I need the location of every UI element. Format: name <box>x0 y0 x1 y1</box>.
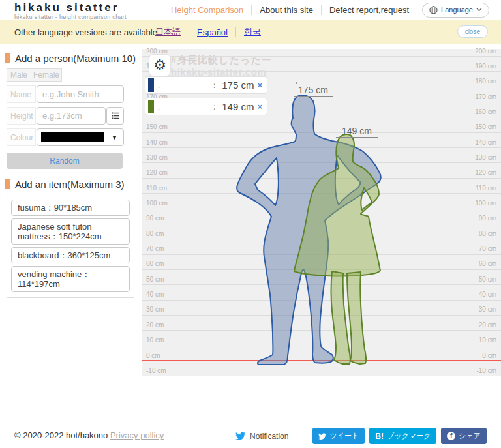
facebook-share-button[interactable]: f シェア <box>441 428 487 444</box>
chevron-down-icon <box>476 8 482 12</box>
header: hikaku sitatter hikaku sitatter - height… <box>0 0 501 20</box>
gear-icon: ⚙ <box>153 57 166 74</box>
copyright-text: © 2020-2022 hot/hakono <box>14 430 108 440</box>
link-japanese[interactable]: 日本語 <box>155 26 181 38</box>
link-spanish[interactable]: Español <box>197 27 228 37</box>
copyright: © 2020-2022 hot/hakono Privacy pollicy <box>14 430 164 440</box>
banner-divider <box>189 27 189 37</box>
add-person-header: Add a person(Maximum 10) <box>5 52 137 64</box>
twitter-bird-icon <box>318 433 326 440</box>
colour-label: Colour <box>7 128 36 146</box>
name-label: Name <box>7 85 36 103</box>
chart-area: #身長比較したったー hikaku-sitatter.com 200 cm200… <box>142 49 501 376</box>
link-korean[interactable]: 한국 <box>244 26 261 38</box>
settings-gear-button[interactable]: ⚙ <box>149 54 171 76</box>
person-color-bar <box>148 100 154 113</box>
item-futon-mattress[interactable]: Japanese soft futon mattress：150*224cm <box>11 218 130 245</box>
items-list: fusuma：90*185cm Japanese soft futon matt… <box>7 194 134 298</box>
site-logo: hikaku sitatter hikaku sitatter - height… <box>14 2 127 20</box>
nav-defect-report[interactable]: Defect report,request <box>322 5 417 15</box>
item-blackboard[interactable]: blackboard：360*125cm <box>11 247 130 263</box>
colour-row: Colour ▼ <box>7 128 137 146</box>
person-name: . <box>158 82 210 89</box>
item-vending-machine[interactable]: vending machine：114*197cm <box>11 266 130 292</box>
person-name: . <box>158 103 210 111</box>
privacy-policy-link[interactable]: Privacy pollicy <box>110 430 164 440</box>
gender-tabs: Male Female <box>7 68 137 82</box>
tab-female[interactable]: Female <box>31 68 62 82</box>
person-entry-male: . ： 175 cm × <box>145 76 267 94</box>
hatena-bookmark-button[interactable]: B! ブックマーク <box>369 428 436 444</box>
notification-group: Notification <box>235 432 288 441</box>
section-marker <box>5 53 10 63</box>
footer: © 2020-2022 hot/hakono Privacy pollicy N… <box>0 423 501 448</box>
person-height-label-male: 175 cm <box>294 85 333 97</box>
banner-links: 日本語 Español 한국 <box>155 26 261 38</box>
height-label-tick <box>335 123 335 125</box>
hatena-icon: B! <box>375 432 384 441</box>
banner-message: Other language versions are available <box>14 27 157 37</box>
banner-close-button[interactable]: close <box>457 25 488 38</box>
name-row: Name <box>7 85 137 103</box>
main-nav: Height Comparison About this site Defect… <box>163 0 489 20</box>
height-preset-list-button[interactable] <box>106 107 124 125</box>
separator: ： <box>210 101 219 113</box>
banner-divider <box>235 27 236 37</box>
height-row: Height <box>7 107 137 125</box>
twitter-bird-icon <box>235 432 246 441</box>
notification-link[interactable]: Notification <box>250 432 288 441</box>
language-label: Language <box>441 6 473 14</box>
height-label: Height <box>7 107 36 125</box>
section-marker <box>5 179 10 189</box>
add-item-header: Add an item(Maximum 3) <box>5 178 137 190</box>
height-label-tick <box>296 82 297 84</box>
person-height-value: 149 cm <box>222 101 254 112</box>
dropdown-arrow-icon: ▼ <box>112 134 117 141</box>
add-person-title: Add a person(Maximum 10) <box>15 53 136 64</box>
add-item-title: Add an item(Maximum 3) <box>15 179 125 190</box>
list-icon <box>111 112 120 120</box>
remove-person-icon[interactable]: × <box>257 102 262 112</box>
language-button[interactable]: Language <box>422 3 489 18</box>
separator: ： <box>210 80 219 91</box>
nav-height-comparison[interactable]: Height Comparison <box>163 5 251 15</box>
name-input[interactable] <box>37 85 124 103</box>
height-input[interactable] <box>37 107 106 125</box>
random-button[interactable]: Random <box>7 153 123 169</box>
tab-male[interactable]: Male <box>7 68 31 82</box>
hatena-label: ブックマーク <box>387 431 431 441</box>
remove-person-icon[interactable]: × <box>257 80 262 90</box>
colour-swatch <box>41 132 104 142</box>
person-height-value: 175 cm <box>222 80 254 91</box>
sidebar: Add a person(Maximum 10) Male Female Nam… <box>5 52 137 298</box>
tweet-label: ツイート <box>329 431 359 441</box>
person-entry-female: . ： 149 cm × <box>145 98 267 115</box>
colour-select[interactable]: ▼ <box>37 128 124 146</box>
facebook-icon: f <box>447 432 455 440</box>
site-title: hikaku sitatter <box>14 2 127 13</box>
globe-icon <box>429 6 438 14</box>
nav-about-this-site[interactable]: About this site <box>252 5 321 15</box>
footer-actions: Notification ツイート B! ブックマーク f シェア <box>235 428 487 444</box>
tweet-button[interactable]: ツイート <box>312 428 365 444</box>
person-height-label-female: 149 cm <box>336 126 378 138</box>
language-banner: Other language versions are available 日本… <box>0 20 501 44</box>
person-color-bar <box>148 78 154 92</box>
item-fusuma[interactable]: fusuma：90*185cm <box>11 200 130 216</box>
share-label: シェア <box>459 431 481 441</box>
